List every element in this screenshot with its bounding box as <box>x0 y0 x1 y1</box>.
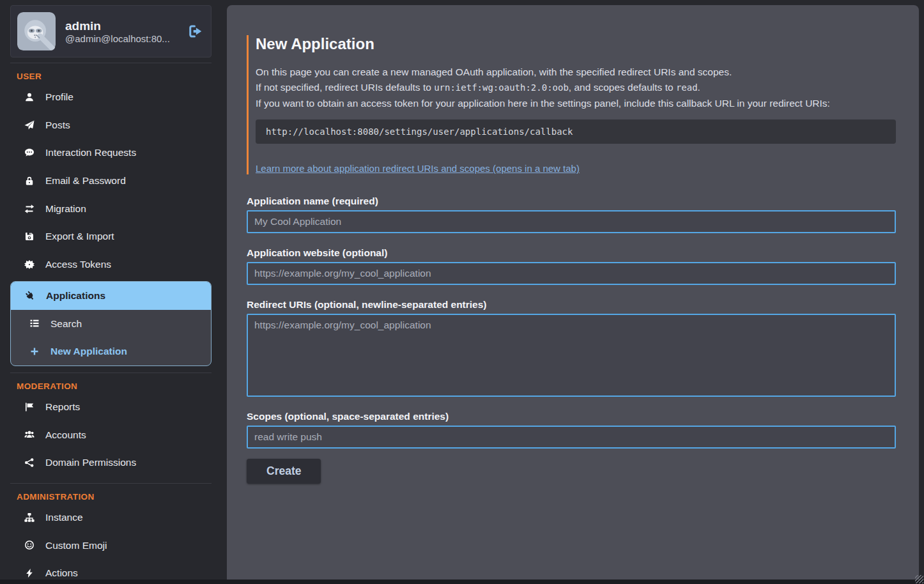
description-line2: If not specified, redirect URIs defaults… <box>256 82 434 93</box>
horizontal-scrollbar[interactable] <box>0 580 924 584</box>
page-title: New Application <box>256 35 896 53</box>
sidebar-item-export-import[interactable]: Export & Import <box>10 222 212 250</box>
sidebar: admin @admin@localhost:80... USER Profil… <box>0 0 222 580</box>
callback-url-code-block: http://localhost:8080/settings/user/appl… <box>256 119 896 144</box>
sidebar-item-actions[interactable]: Actions <box>10 559 212 580</box>
list-icon <box>28 318 40 328</box>
application-name-input[interactable] <box>247 210 896 233</box>
sidebar-item-domain-permissions[interactable]: Domain Permissions <box>10 449 212 477</box>
sidebar-item-label: Accounts <box>45 428 86 442</box>
resize-grip[interactable] <box>915 575 923 583</box>
bolt-icon <box>23 568 35 578</box>
sidebar-item-reports[interactable]: Reports <box>10 393 212 421</box>
section-header-moderation: MODERATION <box>17 381 222 391</box>
sidebar-item-label: Actions <box>45 566 78 580</box>
sidebar-item-interaction-requests[interactable]: Interaction Requests <box>10 139 212 167</box>
description-line1: On this page you can create a new manage… <box>256 66 732 77</box>
paper-plane-icon <box>23 120 35 130</box>
sidebar-item-label: Access Tokens <box>45 257 111 272</box>
sidebar-item-profile[interactable]: Profile <box>10 83 212 111</box>
redirect-uris-label: Redirect URIs (optional, newline-separat… <box>247 299 896 311</box>
user-card[interactable]: admin @admin@localhost:80... <box>10 5 212 58</box>
learn-more-link[interactable]: Learn more about application redirect UR… <box>256 163 580 174</box>
sidebar-item-email-password[interactable]: Email & Password <box>10 167 212 195</box>
sidebar-item-label: Export & Import <box>45 229 114 243</box>
divider <box>10 63 212 63</box>
transfer-arrows-icon <box>23 204 35 214</box>
sidebar-item-access-tokens[interactable]: Access Tokens <box>10 250 212 279</box>
user-icon <box>23 92 35 102</box>
divider <box>10 483 212 484</box>
redirect-uris-textarea[interactable] <box>247 314 896 397</box>
sidebar-item-migration[interactable]: Migration <box>10 195 212 223</box>
sloth-avatar <box>17 12 56 50</box>
sidebar-item-label: Reports <box>45 400 80 414</box>
plus-icon <box>28 346 40 357</box>
user-meta: admin @admin@localhost:80... <box>65 19 170 45</box>
scopes-label: Scopes (optional, space-separated entrie… <box>247 411 896 422</box>
users-icon <box>23 429 35 440</box>
scopes-input[interactable] <box>247 426 896 449</box>
sidebar-item-applications[interactable]: Applications <box>11 282 211 310</box>
application-website-input[interactable] <box>247 262 896 285</box>
sidebar-item-applications-new[interactable]: New Application <box>11 337 211 365</box>
sidebar-item-label: Profile <box>45 90 73 104</box>
sidebar-item-label: Migration <box>45 202 86 216</box>
description: On this page you can create a new manage… <box>256 65 896 111</box>
section-header-user: USER <box>17 72 222 81</box>
application-name-label: Application name (required) <box>247 196 896 207</box>
flag-icon <box>23 402 35 412</box>
sidebar-item-label: Domain Permissions <box>45 456 136 470</box>
sitemap-icon <box>23 512 35 523</box>
sidebar-item-label: Custom Emoji <box>45 539 107 553</box>
description-line3: If you want to obtain an access token fo… <box>256 98 830 109</box>
user-handle: @admin@localhost:80... <box>65 33 170 44</box>
padlock-icon <box>23 176 35 186</box>
sign-out-icon[interactable] <box>188 24 203 39</box>
sidebar-item-custom-emoji[interactable]: Custom Emoji <box>10 532 212 560</box>
sidebar-item-applications-search[interactable]: Search <box>11 310 211 338</box>
application-website-label: Application website (optional) <box>247 247 896 259</box>
new-application-form: Application name (required) Application … <box>247 196 896 484</box>
comment-dots-icon <box>23 148 35 158</box>
applications-group: Applications Search New Application <box>10 281 212 366</box>
sidebar-item-label: New Application <box>50 344 127 358</box>
plug-icon <box>24 291 36 301</box>
sidebar-item-label: Instance <box>45 511 83 525</box>
read-code: read <box>676 82 698 93</box>
sidebar-item-label: Search <box>50 317 82 331</box>
sidebar-item-label: Interaction Requests <box>45 146 136 160</box>
main-panel: New Application On this page you can cre… <box>227 5 919 584</box>
floppy-disk-icon <box>23 231 35 242</box>
sidebar-item-posts[interactable]: Posts <box>10 111 212 139</box>
share-nodes-icon <box>23 457 35 468</box>
create-button[interactable]: Create <box>247 459 321 484</box>
sidebar-item-instance[interactable]: Instance <box>10 503 212 532</box>
new-application-intro: New Application On this page you can cre… <box>247 35 896 174</box>
divider <box>10 373 212 373</box>
user-name: admin <box>65 19 170 34</box>
sidebar-item-label: Applications <box>46 289 105 303</box>
smiley-icon <box>23 540 35 550</box>
oob-code: urn:ietf:wg:oauth:2.0:oob <box>434 82 569 93</box>
sidebar-item-label: Posts <box>45 118 70 132</box>
sidebar-item-accounts[interactable]: Accounts <box>10 421 212 449</box>
certificate-icon <box>23 259 35 270</box>
section-header-administration: ADMINISTRATION <box>17 492 222 502</box>
sidebar-item-label: Email & Password <box>45 174 126 188</box>
